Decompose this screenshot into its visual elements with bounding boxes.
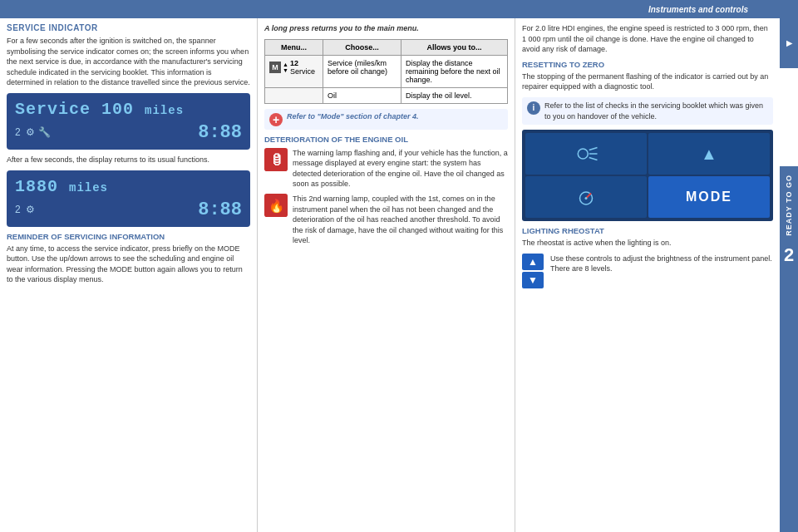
- oil-warning-icon-2: 🔥: [264, 194, 288, 217]
- svg-point-4: [578, 149, 588, 159]
- service-icons-1: 2 ⚙ 🔧: [15, 126, 51, 138]
- header-title: Instruments and controls: [648, 5, 748, 14]
- brightness-up-button[interactable]: ▲: [522, 254, 544, 270]
- warning-row-2: 🔥 This 2nd warning lamp, coupled with th…: [264, 194, 508, 246]
- service-display-text-1: Service 100 miles: [15, 100, 242, 119]
- resetting-title: Resetting to zero: [522, 60, 773, 69]
- info-icon: i: [527, 101, 540, 115]
- oil-warning-icon-1: 🛢: [264, 148, 288, 171]
- hdi-text: For 2.0 litre HDI engines, the engine sp…: [522, 23, 773, 55]
- table-cell-choose-1: Service (miles/km before oil change): [323, 55, 401, 87]
- header-bar: Instruments and controls: [0, 0, 798, 18]
- note-box: + Refer to "Mode" section of chapter 4.: [264, 109, 508, 130]
- deterioration-text-2: This 2nd warning lamp, coupled with the …: [293, 194, 508, 246]
- info-box: i Refer to the list of checks in the ser…: [522, 97, 773, 125]
- long-press-text: A long press returns you to the main men…: [264, 23, 508, 34]
- table-row-2: Oil Display the oil level.: [265, 87, 508, 103]
- svg-line-5: [589, 148, 598, 150]
- service-menu-label: 12Service: [290, 59, 315, 76]
- mode-cell-top-left: [525, 133, 647, 175]
- svg-text:🛢: 🛢: [270, 152, 283, 166]
- ready-to-go-label: READY TO GO: [785, 175, 793, 236]
- table-cell-menu-2: [265, 87, 323, 103]
- display-box-2: 1880 miles 2 ⚙ 8:88: [7, 170, 250, 227]
- mode-grid: ▲ MODE: [522, 130, 773, 221]
- left-column: SERVICE INDICATOR For a few seconds afte…: [0, 18, 258, 532]
- deterioration-title: Deterioration of the engine oil: [264, 135, 508, 144]
- plus-icon: +: [269, 113, 283, 126]
- mode-cell-bottom-left: [525, 176, 647, 218]
- mode-button-cell[interactable]: MODE: [648, 176, 770, 218]
- svg-line-7: [589, 158, 598, 160]
- m-badge: M: [269, 62, 281, 73]
- col-header-choose: Choose...: [323, 39, 401, 55]
- svg-point-10: [585, 197, 588, 200]
- warning-row-1: 🛢 The warning lamp flashing and, if your…: [264, 148, 508, 190]
- lighting-text: The rheostat is active when the lighting…: [522, 238, 773, 249]
- vertical-label: READY TO GO 2: [780, 166, 798, 532]
- table-cell-choose-2: Oil: [323, 87, 401, 103]
- resetting-text: The stopping of the permanent flashing o…: [522, 71, 773, 92]
- brightness-down-button[interactable]: ▼: [522, 272, 544, 288]
- arrow-buttons: ▲ ▼: [522, 254, 544, 290]
- note-text: Refer to "Mode" section of chapter 4.: [287, 112, 419, 121]
- table-row-1: M ▲▼ 12Service Service (miles/km before …: [265, 55, 508, 87]
- up-down-arrows: ▲▼: [283, 62, 288, 73]
- svg-text:🔥: 🔥: [268, 198, 285, 214]
- service-indicator-intro: For a few seconds after the ignition is …: [7, 36, 250, 88]
- reminder-text: At any time, to access the service indic…: [7, 244, 250, 285]
- mode-cell-top-right: ▲: [648, 133, 770, 175]
- middle-column: A long press returns you to the main men…: [258, 18, 515, 532]
- brightness-description: Use these controls to adjust the brightn…: [550, 254, 773, 274]
- table-cell-allows-1: Display the distance remaining before th…: [401, 55, 507, 87]
- lighting-title: LIGHTING RHEOSTAT: [522, 226, 773, 235]
- service-icons-2: 2 ⚙: [15, 204, 35, 215]
- service-indicator-title: SERVICE INDICATOR: [7, 23, 250, 32]
- sidebar-tab: ▶: [780, 18, 798, 68]
- table-cell-allows-2: Display the oil level.: [401, 87, 507, 103]
- table-cell-menu-1: M ▲▼ 12Service: [265, 55, 323, 87]
- info-text: Refer to the list of checks in the servi…: [544, 101, 768, 121]
- mode-text: MODE: [686, 190, 732, 204]
- main-content: SERVICE INDICATOR For a few seconds afte…: [0, 18, 780, 532]
- deterioration-text-1: The warning lamp flashing and, if your v…: [293, 148, 508, 190]
- reminder-title: Reminder of servicing information: [7, 232, 250, 241]
- brightness-box: ▲ ▼ Use these controls to adjust the bri…: [522, 254, 773, 290]
- right-column: For 2.0 litre HDI engines, the engine sp…: [515, 18, 780, 532]
- digital-time-2: 8:88: [198, 200, 242, 220]
- menu-table: Menu... Choose... Allows you to... M ▲▼ …: [264, 39, 508, 104]
- chapter-number: 2: [784, 244, 794, 266]
- display-box-1: Service 100 miles 2 ⚙ 🔧 8:88: [7, 93, 250, 150]
- col-header-menu: Menu...: [265, 39, 323, 55]
- col-header-allows: Allows you to...: [401, 39, 507, 55]
- digital-time-1: 8:88: [198, 122, 242, 143]
- after-seconds-text: After a few seconds, the display returns…: [7, 155, 250, 165]
- service-display-text-2: 1880 miles: [15, 177, 242, 196]
